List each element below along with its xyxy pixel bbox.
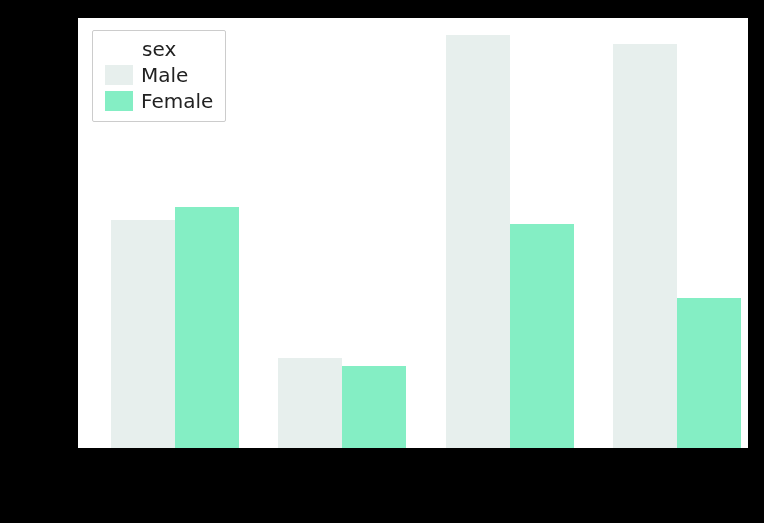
bar-male-1	[278, 358, 342, 448]
bar-male-0	[111, 220, 175, 448]
bar-female-0	[175, 207, 239, 448]
plot-area: sex Male Female	[78, 18, 748, 448]
bar-male-2	[446, 35, 510, 448]
legend-swatch-male	[105, 65, 133, 85]
bar-female-2	[510, 224, 574, 448]
legend-item-female: Female	[105, 89, 213, 113]
legend-label-female: Female	[141, 89, 213, 113]
legend-item-male: Male	[105, 63, 213, 87]
legend-title: sex	[105, 37, 213, 61]
legend-swatch-female	[105, 91, 133, 111]
bar-male-3	[613, 44, 677, 448]
legend-label-male: Male	[141, 63, 188, 87]
bar-female-1	[342, 366, 406, 448]
legend: sex Male Female	[92, 30, 226, 122]
bar-female-3	[677, 298, 741, 448]
